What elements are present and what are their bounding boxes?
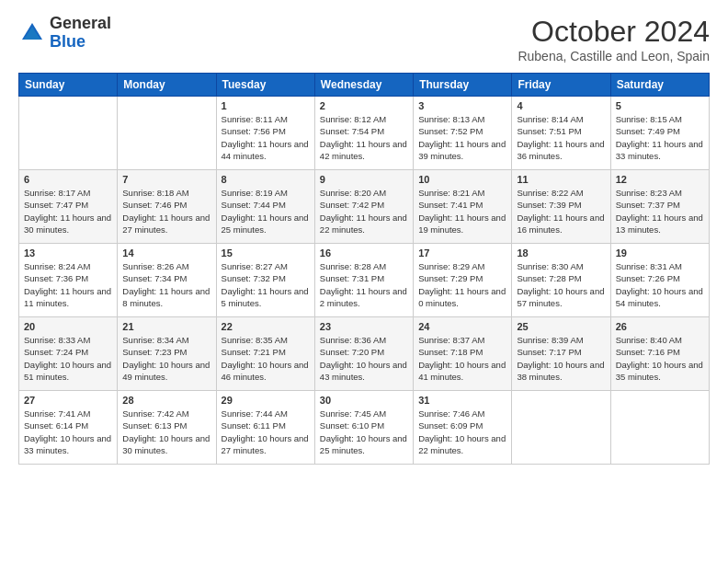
day-number: 3 <box>418 100 506 111</box>
day-info: Sunrise: 7:45 AM Sunset: 6:10 PM Dayligh… <box>320 408 408 456</box>
table-cell: 28Sunrise: 7:42 AM Sunset: 6:13 PM Dayli… <box>118 391 216 465</box>
col-monday: Monday <box>118 74 216 97</box>
table-cell: 19Sunrise: 8:31 AM Sunset: 7:26 PM Dayli… <box>610 244 709 317</box>
day-number: 20 <box>24 321 112 332</box>
day-info: Sunrise: 7:42 AM Sunset: 6:13 PM Dayligh… <box>122 408 210 456</box>
day-info: Sunrise: 8:26 AM Sunset: 7:34 PM Dayligh… <box>122 260 210 309</box>
day-number: 7 <box>122 174 210 185</box>
day-info: Sunrise: 8:18 AM Sunset: 7:46 PM Dayligh… <box>122 187 210 236</box>
day-info: Sunrise: 8:21 AM Sunset: 7:41 PM Dayligh… <box>418 187 506 236</box>
day-info: Sunrise: 7:46 AM Sunset: 6:09 PM Dayligh… <box>418 408 506 456</box>
table-cell: 8Sunrise: 8:19 AM Sunset: 7:44 PM Daylig… <box>216 170 314 244</box>
logo-general: General <box>50 14 111 32</box>
day-info: Sunrise: 7:44 AM Sunset: 6:11 PM Dayligh… <box>222 408 310 456</box>
table-cell: 12Sunrise: 8:23 AM Sunset: 7:37 PM Dayli… <box>610 170 709 244</box>
table-cell: 14Sunrise: 8:26 AM Sunset: 7:34 PM Dayli… <box>118 244 216 317</box>
day-number: 15 <box>222 247 310 259</box>
day-info: Sunrise: 8:29 AM Sunset: 7:29 PM Dayligh… <box>418 260 506 309</box>
table-cell: 15Sunrise: 8:27 AM Sunset: 7:32 PM Dayli… <box>216 244 314 317</box>
table-cell: 21Sunrise: 8:34 AM Sunset: 7:23 PM Dayli… <box>118 317 216 391</box>
day-info: Sunrise: 8:14 AM Sunset: 7:51 PM Dayligh… <box>517 113 605 162</box>
day-info: Sunrise: 8:19 AM Sunset: 7:44 PM Dayligh… <box>222 187 310 236</box>
day-number: 4 <box>517 100 605 111</box>
day-number: 18 <box>517 247 605 259</box>
table-cell: 16Sunrise: 8:28 AM Sunset: 7:31 PM Dayli… <box>314 244 413 317</box>
day-number: 28 <box>122 395 210 406</box>
table-cell: 29Sunrise: 7:44 AM Sunset: 6:11 PM Dayli… <box>216 391 314 465</box>
day-info: Sunrise: 8:30 AM Sunset: 7:28 PM Dayligh… <box>517 260 605 309</box>
day-info: Sunrise: 7:41 AM Sunset: 6:14 PM Dayligh… <box>24 408 112 456</box>
table-row: 1Sunrise: 8:11 AM Sunset: 7:56 PM Daylig… <box>19 97 710 170</box>
day-number: 21 <box>122 321 210 332</box>
table-cell: 5Sunrise: 8:15 AM Sunset: 7:49 PM Daylig… <box>610 97 709 170</box>
header-row: Sunday Monday Tuesday Wednesday Thursday… <box>19 74 710 97</box>
table-cell: 4Sunrise: 8:14 AM Sunset: 7:51 PM Daylig… <box>512 97 610 170</box>
day-info: Sunrise: 8:33 AM Sunset: 7:24 PM Dayligh… <box>24 334 112 383</box>
day-info: Sunrise: 8:17 AM Sunset: 7:47 PM Dayligh… <box>24 187 112 236</box>
day-info: Sunrise: 8:11 AM Sunset: 7:56 PM Dayligh… <box>222 113 310 162</box>
day-number: 11 <box>517 174 605 185</box>
logo-blue: Blue <box>50 32 85 51</box>
table-cell: 22Sunrise: 8:35 AM Sunset: 7:21 PM Dayli… <box>216 317 314 391</box>
table-cell: 24Sunrise: 8:37 AM Sunset: 7:18 PM Dayli… <box>414 317 512 391</box>
table-row: 20Sunrise: 8:33 AM Sunset: 7:24 PM Dayli… <box>19 317 710 391</box>
day-number: 26 <box>616 321 704 332</box>
table-cell: 26Sunrise: 8:40 AM Sunset: 7:16 PM Dayli… <box>610 317 709 391</box>
day-info: Sunrise: 8:15 AM Sunset: 7:49 PM Dayligh… <box>616 113 704 162</box>
logo: General Blue <box>18 15 111 52</box>
day-info: Sunrise: 8:31 AM Sunset: 7:26 PM Dayligh… <box>616 260 704 309</box>
day-info: Sunrise: 8:28 AM Sunset: 7:31 PM Dayligh… <box>320 260 408 309</box>
table-cell: 23Sunrise: 8:36 AM Sunset: 7:20 PM Dayli… <box>314 317 413 391</box>
logo-text: General Blue <box>50 15 111 52</box>
table-cell: 9Sunrise: 8:20 AM Sunset: 7:42 PM Daylig… <box>314 170 413 244</box>
subtitle: Rubena, Castille and Leon, Spain <box>518 49 710 63</box>
day-number: 29 <box>222 395 310 406</box>
page: General Blue October 2024 Rubena, Castil… <box>0 0 728 563</box>
table-cell <box>118 97 216 170</box>
day-number: 24 <box>418 321 506 332</box>
day-info: Sunrise: 8:20 AM Sunset: 7:42 PM Dayligh… <box>320 187 408 236</box>
day-info: Sunrise: 8:12 AM Sunset: 7:54 PM Dayligh… <box>320 113 408 162</box>
day-number: 5 <box>616 100 704 111</box>
day-number: 19 <box>616 247 704 259</box>
day-number: 27 <box>24 395 112 406</box>
table-cell: 11Sunrise: 8:22 AM Sunset: 7:39 PM Dayli… <box>512 170 610 244</box>
table-row: 13Sunrise: 8:24 AM Sunset: 7:36 PM Dayli… <box>19 244 710 317</box>
day-number: 2 <box>320 100 408 111</box>
table-cell <box>512 391 610 465</box>
table-cell: 7Sunrise: 8:18 AM Sunset: 7:46 PM Daylig… <box>118 170 216 244</box>
day-info: Sunrise: 8:40 AM Sunset: 7:16 PM Dayligh… <box>616 334 704 383</box>
header: General Blue October 2024 Rubena, Castil… <box>18 15 710 63</box>
col-saturday: Saturday <box>610 74 709 97</box>
table-cell: 13Sunrise: 8:24 AM Sunset: 7:36 PM Dayli… <box>19 244 118 317</box>
day-info: Sunrise: 8:36 AM Sunset: 7:20 PM Dayligh… <box>320 334 408 383</box>
day-number: 9 <box>320 174 408 185</box>
logo-icon <box>18 19 46 47</box>
table-cell: 1Sunrise: 8:11 AM Sunset: 7:56 PM Daylig… <box>216 97 314 170</box>
col-wednesday: Wednesday <box>314 74 413 97</box>
col-tuesday: Tuesday <box>216 74 314 97</box>
table-row: 27Sunrise: 7:41 AM Sunset: 6:14 PM Dayli… <box>19 391 710 465</box>
day-number: 13 <box>24 247 112 259</box>
day-info: Sunrise: 8:23 AM Sunset: 7:37 PM Dayligh… <box>616 187 704 236</box>
day-info: Sunrise: 8:13 AM Sunset: 7:52 PM Dayligh… <box>418 113 506 162</box>
day-number: 17 <box>418 247 506 259</box>
table-cell: 25Sunrise: 8:39 AM Sunset: 7:17 PM Dayli… <box>512 317 610 391</box>
table-cell: 20Sunrise: 8:33 AM Sunset: 7:24 PM Dayli… <box>19 317 118 391</box>
table-row: 6Sunrise: 8:17 AM Sunset: 7:47 PM Daylig… <box>19 170 710 244</box>
day-number: 22 <box>222 321 310 332</box>
day-number: 31 <box>418 395 506 406</box>
day-number: 25 <box>517 321 605 332</box>
table-cell: 30Sunrise: 7:45 AM Sunset: 6:10 PM Dayli… <box>314 391 413 465</box>
day-number: 8 <box>222 174 310 185</box>
day-number: 6 <box>24 174 112 185</box>
col-thursday: Thursday <box>414 74 512 97</box>
table-cell: 31Sunrise: 7:46 AM Sunset: 6:09 PM Dayli… <box>414 391 512 465</box>
day-number: 23 <box>320 321 408 332</box>
table-cell: 17Sunrise: 8:29 AM Sunset: 7:29 PM Dayli… <box>414 244 512 317</box>
calendar-table: Sunday Monday Tuesday Wednesday Thursday… <box>18 73 710 465</box>
table-cell: 3Sunrise: 8:13 AM Sunset: 7:52 PM Daylig… <box>414 97 512 170</box>
month-title: October 2024 <box>518 15 710 49</box>
col-friday: Friday <box>512 74 610 97</box>
day-info: Sunrise: 8:37 AM Sunset: 7:18 PM Dayligh… <box>418 334 506 383</box>
